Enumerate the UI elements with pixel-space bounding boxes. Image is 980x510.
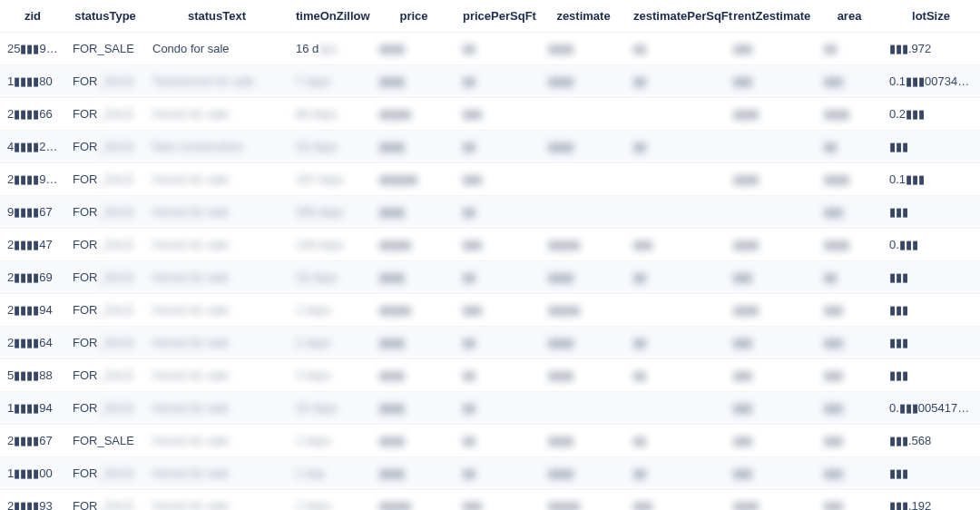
cell-rentZestimate: ▮▮▮ <box>726 261 817 294</box>
cell-timeOnZillow: 358 days <box>289 196 372 229</box>
col-statusText[interactable]: statusText <box>145 0 289 33</box>
cell-statusType: FOR_SALE <box>65 294 145 327</box>
table-row[interactable]: 9▮▮▮▮67FOR_SALEHouse for sale358 days▮▮▮… <box>0 196 980 229</box>
col-statusType[interactable]: statusType <box>65 0 145 33</box>
cell-zestimate <box>541 163 626 196</box>
cell-area: ▮▮ <box>817 33 882 65</box>
table-row[interactable]: 2▮▮▮▮989FOR_SALEHouse for sale197 days▮▮… <box>0 163 980 196</box>
cell-statusText: House for sale <box>145 261 289 294</box>
cell-zid: 2▮▮▮▮64 <box>0 327 65 359</box>
table-row[interactable]: 2▮▮▮▮69FOR_SALEHouse for sale18 days▮▮▮▮… <box>0 261 980 294</box>
table-row[interactable]: 5▮▮▮▮88FOR_SALEHouse for sale3 days▮▮▮▮▮… <box>0 359 980 392</box>
cell-statusType: FOR_SALE <box>65 229 145 261</box>
cell-zestimate: ▮▮▮▮ <box>541 457 626 490</box>
col-price[interactable]: price <box>372 0 456 33</box>
cell-statusType: FOR_SALE <box>65 131 145 163</box>
cell-rentZestimate: ▮▮▮▮ <box>726 490 817 511</box>
cell-statusType: FOR_SALE <box>65 65 145 98</box>
cell-price: ▮▮▮▮ <box>372 65 456 98</box>
cell-zid: 2▮▮▮▮94 <box>0 294 65 327</box>
cell-zestimate: ▮▮▮▮▮ <box>541 294 626 327</box>
cell-zestimatePerSqFt: ▮▮ <box>626 131 726 163</box>
col-zestimatePerSqFt[interactable]: zestimatePerSqFt <box>626 0 726 33</box>
cell-pricePerSqFt: ▮▮▮ <box>456 294 541 327</box>
cell-statusText: House for sale <box>145 359 289 392</box>
cell-zid: 1▮▮▮▮00 <box>0 457 65 490</box>
cell-lotSize: ▮▮▮ <box>882 457 980 490</box>
col-pricePerSqFt[interactable]: pricePerSqFt <box>456 0 541 33</box>
cell-zid: 1▮▮▮▮80 <box>0 65 65 98</box>
cell-pricePerSqFt: ▮▮▮ <box>456 98 541 131</box>
cell-zestimate <box>541 392 626 425</box>
cell-price: ▮▮▮▮▮ <box>372 98 456 131</box>
cell-zestimate: ▮▮▮▮ <box>541 33 626 65</box>
cell-zestimatePerSqFt: ▮▮ <box>626 33 726 65</box>
col-area[interactable]: area <box>817 0 882 33</box>
data-table: zid statusType statusText timeOnZillow p… <box>0 0 980 510</box>
cell-timeOnZillow: 2 days <box>289 490 372 511</box>
table-body: 25▮▮▮925FOR_SALECondo for sale16 days▮▮▮… <box>0 33 980 511</box>
cell-zestimatePerSqFt: ▮▮▮ <box>626 490 726 511</box>
cell-area: ▮▮▮▮ <box>817 163 882 196</box>
cell-zestimatePerSqFt <box>626 163 726 196</box>
cell-pricePerSqFt: ▮▮ <box>456 261 541 294</box>
table-row[interactable]: 2▮▮▮▮93FOR_SALEHouse for sale2 days▮▮▮▮▮… <box>0 490 980 511</box>
cell-pricePerSqFt: ▮▮ <box>456 196 541 229</box>
cell-rentZestimate: ▮▮▮ <box>726 327 817 359</box>
cell-statusType: FOR_SALE <box>65 425 145 457</box>
table-row[interactable]: 2▮▮▮▮67FOR_SALEHouse for sale2 days▮▮▮▮▮… <box>0 425 980 457</box>
table-row[interactable]: 25▮▮▮925FOR_SALECondo for sale16 days▮▮▮… <box>0 33 980 65</box>
cell-zid: 2▮▮▮▮67 <box>0 425 65 457</box>
col-lotSize[interactable]: lotSize <box>882 0 980 33</box>
cell-lotSize: 0.▮▮▮00541781451 <box>882 392 980 425</box>
cell-zid: 2▮▮▮▮989 <box>0 163 65 196</box>
cell-statusText: House for sale <box>145 425 289 457</box>
cell-timeOnZillow: 2 days <box>289 327 372 359</box>
table-row[interactable]: 2▮▮▮▮94FOR_SALEHouse for sale2 days▮▮▮▮▮… <box>0 294 980 327</box>
col-zid[interactable]: zid <box>0 0 65 33</box>
cell-zestimate: ▮▮▮▮ <box>541 327 626 359</box>
cell-statusText: Condo for sale <box>145 33 289 65</box>
col-timeOnZillow[interactable]: timeOnZillow <box>289 0 372 33</box>
table-row[interactable]: 2▮▮▮▮64FOR_SALEHouse for sale2 days▮▮▮▮▮… <box>0 327 980 359</box>
cell-zid: 2▮▮▮▮66 <box>0 98 65 131</box>
table-row[interactable]: 1▮▮▮▮00FOR_SALEHouse for sale1 day▮▮▮▮▮▮… <box>0 457 980 490</box>
table-row[interactable]: 2▮▮▮▮47FOR_SALEHouse for sale149 days▮▮▮… <box>0 229 980 261</box>
cell-timeOnZillow: 80 days <box>289 98 372 131</box>
cell-statusText: House for sale <box>145 229 289 261</box>
cell-lotSize: ▮▮▮ <box>882 131 980 163</box>
cell-timeOnZillow: 18 days <box>289 261 372 294</box>
cell-statusText: House for sale <box>145 98 289 131</box>
cell-price: ▮▮▮▮▮ <box>372 229 456 261</box>
table-row[interactable]: 4▮▮▮▮287FOR_SALENew construction19 days▮… <box>0 131 980 163</box>
cell-zid: 2▮▮▮▮69 <box>0 261 65 294</box>
cell-statusType: FOR_SALE <box>65 359 145 392</box>
cell-rentZestimate: ▮▮▮ <box>726 359 817 392</box>
table-row[interactable]: 2▮▮▮▮66FOR_SALEHouse for sale80 days▮▮▮▮… <box>0 98 980 131</box>
cell-lotSize: ▮▮▮ <box>882 261 980 294</box>
cell-statusText: Townhouse for sale <box>145 65 289 98</box>
cell-lotSize: ▮▮▮.972 <box>882 33 980 65</box>
table-row[interactable]: 1▮▮▮▮94FOR_SALEHouse for sale15 days▮▮▮▮… <box>0 392 980 425</box>
cell-price: ▮▮▮▮ <box>372 131 456 163</box>
col-zestimate[interactable]: zestimate <box>541 0 626 33</box>
cell-zestimate: ▮▮▮▮ <box>541 65 626 98</box>
table-row[interactable]: 1▮▮▮▮80FOR_SALETownhouse for sale7 days▮… <box>0 65 980 98</box>
cell-area: ▮▮▮ <box>817 392 882 425</box>
cell-statusText: House for sale <box>145 392 289 425</box>
cell-rentZestimate <box>726 131 817 163</box>
cell-zestimate: ▮▮▮▮▮ <box>541 229 626 261</box>
cell-timeOnZillow: 19 days <box>289 131 372 163</box>
cell-lotSize: 0.1▮▮▮ <box>882 163 980 196</box>
cell-area: ▮▮▮ <box>817 425 882 457</box>
cell-rentZestimate: ▮▮▮▮ <box>726 98 817 131</box>
cell-statusText: House for sale <box>145 490 289 511</box>
cell-pricePerSqFt: ▮▮▮ <box>456 229 541 261</box>
cell-pricePerSqFt: ▮▮ <box>456 392 541 425</box>
cell-timeOnZillow: 149 days <box>289 229 372 261</box>
col-rentZestimate[interactable]: rentZestimate <box>726 0 817 33</box>
cell-zestimatePerSqFt: ▮▮ <box>626 261 726 294</box>
cell-area: ▮▮ <box>817 131 882 163</box>
cell-price: ▮▮▮▮ <box>372 425 456 457</box>
cell-statusText: House for sale <box>145 294 289 327</box>
